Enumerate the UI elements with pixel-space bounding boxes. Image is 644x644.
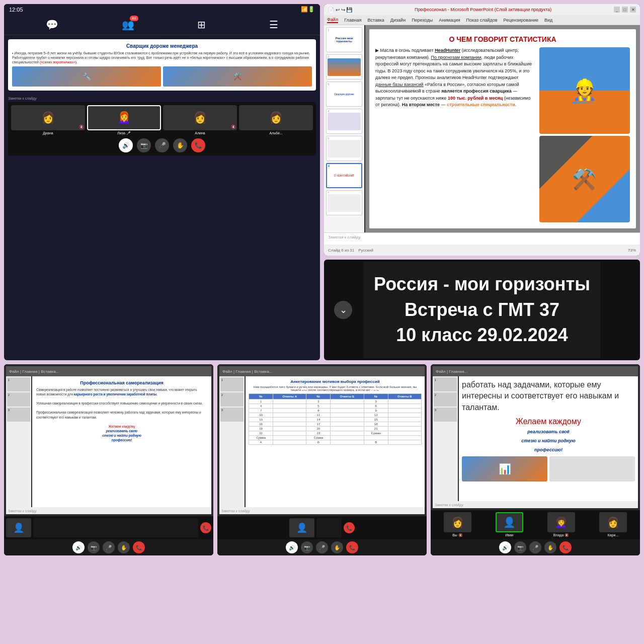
br-camera-btn[interactable]: 📷: [514, 541, 526, 553]
tab-home[interactable]: Главная: [344, 18, 361, 23]
slide-thumb-6[interactable]: 6 О ЧЕМ ГОВОРИТ: [326, 163, 362, 188]
tab-design[interactable]: Дизайн: [390, 18, 406, 23]
br-thumb-2[interactable]: 2: [434, 392, 457, 407]
participants-row: 👩 🔇 Диана 👩‍🦰 Лиза 🎤 👩 🔇: [11, 105, 313, 135]
hand-button[interactable]: ✋: [173, 138, 187, 152]
tab-view[interactable]: Вид: [544, 18, 552, 23]
mute-button[interactable]: 🎤: [155, 138, 169, 152]
slide-preview-text: • Иногда, потратив 5–6 лет жизни на учёб…: [12, 51, 312, 64]
wish-text-bl: Желаем каждому реализовать своюстезю и н…: [36, 424, 207, 442]
tab-transitions[interactable]: Переходы: [412, 18, 433, 23]
avatar-alina: 👩: [193, 111, 207, 124]
camera-button[interactable]: 📷: [137, 138, 151, 152]
close-button[interactable]: ✕: [630, 7, 636, 13]
bm-thumb-2[interactable]: 2: [220, 392, 244, 407]
chevron-down-button[interactable]: ⌄: [334, 301, 352, 319]
bm-hand-btn[interactable]: ✋: [331, 541, 343, 553]
col-no-b: №: [306, 394, 331, 399]
table-row: 2223Сумма: [249, 431, 422, 436]
bm-slide-content: Анкетирование мотивов выбора профессий Н…: [246, 376, 425, 507]
tab-review[interactable]: Рецензирование: [504, 18, 539, 23]
bm-mic-btn[interactable]: 🎤: [316, 541, 328, 553]
col-no-c: №: [364, 394, 388, 399]
bm-end-call[interactable]: 📞: [344, 522, 355, 533]
br-hand-btn[interactable]: ✋: [544, 541, 556, 553]
grid-icon[interactable]: ⊞: [197, 19, 206, 31]
bm-hangup-btn[interactable]: 📞: [346, 541, 358, 553]
bm-thumb-3[interactable]: 3: [220, 408, 244, 422]
slide-thumb-2[interactable]: 2: [326, 54, 362, 79]
tab-slideshow[interactable]: Показ слайдов: [466, 18, 498, 23]
bm-camera-btn[interactable]: 📷: [301, 541, 313, 553]
br-name-ivan: Иван: [505, 533, 513, 537]
bl-thumb-3[interactable]: 3: [7, 408, 30, 422]
br-hangup-btn[interactable]: 📞: [559, 541, 572, 553]
bl-camera-btn[interactable]: 📷: [88, 541, 100, 553]
slide-thumb-5[interactable]: 5: [326, 136, 362, 161]
ppt-ribbon: Файл Главная Вставка Дизайн Переходы Ани…: [324, 15, 640, 25]
slide-thumb-4[interactable]: 4: [326, 109, 362, 134]
call-controls: 🔊 📷 🎤 ✋ 📞: [11, 138, 313, 152]
notes-area-tr: Заметки к слайду: [324, 232, 640, 245]
br-speaker-btn[interactable]: 🔊: [499, 541, 511, 553]
bl-slides-panel: 1 2 3: [6, 376, 31, 507]
maximize-button[interactable]: □: [622, 7, 628, 13]
br-wish-section: Желаем каждому реализовать своёстезю и н…: [462, 417, 635, 453]
br-wish-text: реализовать своёстезю и найти роднуюпроф…: [521, 429, 576, 452]
slide-paragraph-1: ▶ Масла в огонь подливает HeadHunter (ис…: [375, 47, 534, 109]
bl-hangup-btn[interactable]: 📞: [133, 541, 145, 553]
headhunter-link: HeadHunter: [435, 48, 460, 53]
phone-time: 12:05: [9, 7, 23, 13]
bl-mini-controls: 📞: [200, 522, 211, 533]
br-name-vy: Вы 🔇: [452, 533, 463, 537]
menu-icon[interactable]: ☰: [269, 19, 278, 31]
br-participant-vlada: 👩‍🦱 Влада 🔇: [547, 512, 575, 537]
tab-insert[interactable]: Вставка: [367, 18, 384, 23]
speaker-button[interactable]: 🔊: [119, 138, 133, 152]
bm-speaker-btn[interactable]: 🔊: [286, 541, 298, 553]
bm-video-bar: 👤 📞: [217, 516, 427, 539]
br-thumb-3[interactable]: 3: [434, 408, 457, 422]
ppt-status-bar: Слайд 6 из 31 Русский 73%: [324, 245, 640, 256]
bl-hand-btn[interactable]: ✋: [118, 541, 130, 553]
table-row: 789: [249, 409, 422, 413]
bm-thumb-1[interactable]: 1: [220, 377, 244, 391]
bm-notes: Заметки к слайду: [219, 507, 425, 514]
bl-mic-btn[interactable]: 🎤: [103, 541, 115, 553]
bm-controls-bar: 🔊 📷 🎤 ✋ 📞: [217, 539, 427, 555]
bl-end-call[interactable]: 📞: [200, 522, 211, 533]
br-thumb-1[interactable]: 1: [434, 377, 457, 391]
slide-body: ▶ Масла в огонь подливает HeadHunter (ис…: [375, 47, 630, 222]
br-video-vlada: 👩‍🦱: [547, 512, 575, 532]
br-mic-btn[interactable]: 🎤: [529, 541, 541, 553]
bm-slides-panel: 1 2 3: [219, 376, 245, 507]
br-participants-row: 👩 Вы 🔇 👤 Иван 👩‍🦱 Влада 🔇 👩 Кари...: [433, 512, 638, 537]
participant-video-albi: 👩: [239, 105, 313, 130]
chat-icon[interactable]: 💬: [46, 19, 58, 31]
minimize-button[interactable]: _: [614, 7, 620, 13]
participant-liza: 👩‍🦰 Лиза 🎤: [87, 105, 161, 135]
br-participant-vy: 👩 Вы 🔇: [444, 512, 471, 537]
participant-video-alina: 👩 🔇: [163, 105, 237, 130]
table-row: 456: [249, 404, 422, 409]
participant-alina: 👩 🔇 Алина: [163, 105, 237, 135]
br-img-2: [549, 456, 635, 481]
col-ans-a: Ответы А: [273, 394, 306, 399]
tab-file[interactable]: Файл: [327, 17, 338, 23]
window-controls[interactable]: _ □ ✕: [614, 7, 636, 13]
bl-slide-content: Профессиональная самореализация Самореал…: [32, 376, 211, 507]
bl-thumb-2[interactable]: 2: [7, 392, 30, 407]
contacts-icon[interactable]: 👥 48: [122, 19, 134, 31]
tab-animation[interactable]: Анимация: [439, 18, 460, 23]
slide-red-text: («синих воротничках»): [40, 60, 76, 64]
slide-thumb-7[interactable]: 7: [326, 190, 362, 215]
slide-thumb-3[interactable]: 3 Сварщик дороже: [326, 82, 362, 107]
bl-controls-bar: 🔊 📷 🎤 ✋ 📞: [4, 539, 213, 555]
bl-thumb-1[interactable]: 1: [7, 377, 30, 391]
slide-thumb-1[interactable]: 1 Россия мои горизонты: [326, 27, 362, 52]
end-call-button[interactable]: 📞: [191, 138, 205, 152]
br-controls-bar: 🔊 📷 🎤 ✋ 📞: [431, 539, 640, 555]
bl-speaker-btn[interactable]: 🔊: [72, 541, 85, 553]
bold-text-1: является профессия сварщика: [441, 89, 512, 94]
participant-video-liza: 👩‍🦰: [87, 105, 161, 130]
